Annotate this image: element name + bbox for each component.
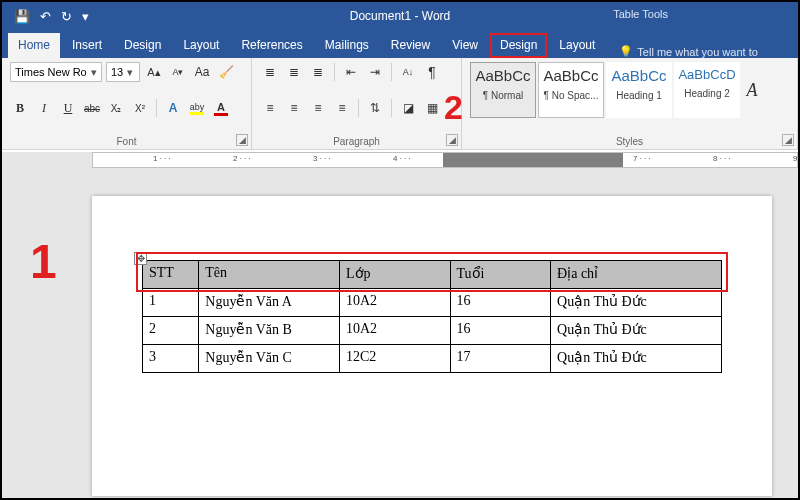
tab-review[interactable]: Review <box>381 33 440 58</box>
table-cell[interactable]: Quận Thủ Đức <box>551 289 722 317</box>
table-cell[interactable]: 12C2 <box>340 345 451 373</box>
subscript-button[interactable]: X₂ <box>106 98 126 118</box>
tab-references[interactable]: References <box>231 33 312 58</box>
group-paragraph-label: Paragraph <box>260 134 453 147</box>
table-cell[interactable]: 17 <box>450 345 551 373</box>
document-table[interactable]: STT Tên Lớp Tuổi Địa chỉ 1Nguyễn Văn A10… <box>142 260 722 373</box>
tab-design[interactable]: Design <box>114 33 171 58</box>
redo-icon[interactable]: ↻ <box>61 9 72 24</box>
th-tuoi[interactable]: Tuổi <box>450 261 551 289</box>
ribbon-tabs: Home Insert Design Layout References Mai… <box>2 30 798 58</box>
borders-button[interactable]: ▦ <box>422 98 442 118</box>
tab-home[interactable]: Home <box>8 33 60 58</box>
superscript-button[interactable]: X² <box>130 98 150 118</box>
numbering-button[interactable]: ≣ <box>284 62 304 82</box>
table-cell[interactable]: 16 <box>450 289 551 317</box>
italic-button[interactable]: I <box>34 98 54 118</box>
text-effects-button[interactable]: A <box>163 98 183 118</box>
style-heading-2[interactable]: AaBbCcD Heading 2 <box>674 62 740 118</box>
page[interactable]: ✥ STT Tên Lớp Tuổi Địa chỉ 1Nguyễn Văn A… <box>92 196 772 496</box>
style-normal[interactable]: AaBbCc ¶ Normal <box>470 62 536 118</box>
group-paragraph: ≣ ≣ ≣ ⇤ ⇥ A↓ ¶ ≡ ≡ ≡ ≡ ⇅ ◪ ▦ Paragraph ◢… <box>252 58 462 149</box>
document-area: 1 ✥ STT Tên Lớp Tuổi Địa chỉ 1Nguyễn Văn… <box>2 172 798 500</box>
paragraph-dialog-launcher[interactable]: ◢ <box>446 134 458 146</box>
clear-formatting-button[interactable]: 🧹 <box>216 62 236 82</box>
group-font-label: Font <box>10 134 243 147</box>
group-styles: AaBbCc ¶ Normal AaBbCc ¶ No Spac... AaBb… <box>462 58 798 149</box>
table-cell[interactable]: 16 <box>450 317 551 345</box>
table-cell[interactable]: 10A2 <box>340 289 451 317</box>
font-name-combo[interactable]: Times New Ro▾ <box>10 62 102 82</box>
group-styles-label: Styles <box>470 134 789 147</box>
bullets-button[interactable]: ≣ <box>260 62 280 82</box>
tab-table-layout[interactable]: Layout <box>549 33 605 58</box>
table-cell[interactable]: 1 <box>143 289 199 317</box>
show-marks-button[interactable]: ¶ <box>422 62 442 82</box>
annotation-1: 1 <box>30 234 57 289</box>
tab-table-design[interactable]: Design <box>490 33 547 58</box>
tab-insert[interactable]: Insert <box>62 33 112 58</box>
styles-more-button[interactable]: A <box>742 80 762 100</box>
font-color-button[interactable]: A <box>211 97 231 119</box>
styles-dialog-launcher[interactable]: ◢ <box>782 134 794 146</box>
table-cell[interactable]: 10A2 <box>340 317 451 345</box>
table-cell[interactable]: 2 <box>143 317 199 345</box>
sort-button[interactable]: A↓ <box>398 62 418 82</box>
th-ten[interactable]: Tên <box>199 261 340 289</box>
table-cell[interactable]: 3 <box>143 345 199 373</box>
group-font: Times New Ro▾ 13▾ A▴ A▾ Aa 🧹 B I U abc X… <box>2 58 252 149</box>
align-left-button[interactable]: ≡ <box>260 98 280 118</box>
table-move-handle-icon[interactable]: ✥ <box>134 252 147 265</box>
title-bar: 💾 ↶ ↻ ▾ Document1 - Word Table Tools <box>2 2 798 30</box>
table-row[interactable]: 3Nguyễn Văn C12C217Quận Thủ Đức <box>143 345 722 373</box>
table-header-row[interactable]: STT Tên Lớp Tuổi Địa chỉ <box>143 261 722 289</box>
table-cell[interactable]: Nguyễn Văn C <box>199 345 340 373</box>
multilevel-button[interactable]: ≣ <box>308 62 328 82</box>
table-row[interactable]: 2Nguyễn Văn B10A216Quận Thủ Đức <box>143 317 722 345</box>
align-center-button[interactable]: ≡ <box>284 98 304 118</box>
shading-button[interactable]: ◪ <box>398 98 418 118</box>
line-spacing-button[interactable]: ⇅ <box>365 98 385 118</box>
table-cell[interactable]: Quận Thủ Đức <box>551 317 722 345</box>
tab-layout[interactable]: Layout <box>173 33 229 58</box>
table-cell[interactable]: Quận Thủ Đức <box>551 345 722 373</box>
underline-button[interactable]: U <box>58 98 78 118</box>
ruler-area: 3 · · · 2 · · · 1 · · · · · · 1 · · · 2 … <box>2 152 798 172</box>
tell-me[interactable]: 💡 Tell me what you want to <box>607 45 757 58</box>
tell-me-text: Tell me what you want to <box>637 46 757 58</box>
table-row[interactable]: 1Nguyễn Văn A10A216Quận Thủ Đức <box>143 289 722 317</box>
save-icon[interactable]: 💾 <box>14 9 30 24</box>
grow-font-button[interactable]: A▴ <box>144 62 164 82</box>
style-heading-1[interactable]: AaBbCc Heading 1 <box>606 62 672 118</box>
th-diachi[interactable]: Địa chỉ <box>551 261 722 289</box>
undo-icon[interactable]: ↶ <box>40 9 51 24</box>
style-no-spacing[interactable]: AaBbCc ¶ No Spac... <box>538 62 604 118</box>
ribbon: Times New Ro▾ 13▾ A▴ A▾ Aa 🧹 B I U abc X… <box>2 58 798 150</box>
change-case-button[interactable]: Aa <box>192 62 212 82</box>
qat-more-icon[interactable]: ▾ <box>82 9 89 24</box>
bold-button[interactable]: B <box>10 98 30 118</box>
increase-indent-button[interactable]: ⇥ <box>365 62 385 82</box>
font-dialog-launcher[interactable]: ◢ <box>236 134 248 146</box>
tab-view[interactable]: View <box>442 33 488 58</box>
table-tools-label: Table Tools <box>613 8 668 20</box>
horizontal-ruler[interactable]: 3 · · · 2 · · · 1 · · · · · · 1 · · · 2 … <box>92 152 798 168</box>
strikethrough-button[interactable]: abc <box>82 98 102 118</box>
tab-mailings[interactable]: Mailings <box>315 33 379 58</box>
th-lop[interactable]: Lớp <box>340 261 451 289</box>
th-stt[interactable]: STT <box>143 261 199 289</box>
document-title: Document1 - Word <box>350 9 450 23</box>
decrease-indent-button[interactable]: ⇤ <box>341 62 361 82</box>
align-right-button[interactable]: ≡ <box>308 98 328 118</box>
quick-access-toolbar: 💾 ↶ ↻ ▾ <box>2 9 89 24</box>
shrink-font-button[interactable]: A▾ <box>168 62 188 82</box>
highlight-button[interactable]: aby <box>187 97 207 119</box>
lightbulb-icon: 💡 <box>619 45 633 58</box>
table-cell[interactable]: Nguyễn Văn A <box>199 289 340 317</box>
table-cell[interactable]: Nguyễn Văn B <box>199 317 340 345</box>
font-size-combo[interactable]: 13▾ <box>106 62 140 82</box>
justify-button[interactable]: ≡ <box>332 98 352 118</box>
